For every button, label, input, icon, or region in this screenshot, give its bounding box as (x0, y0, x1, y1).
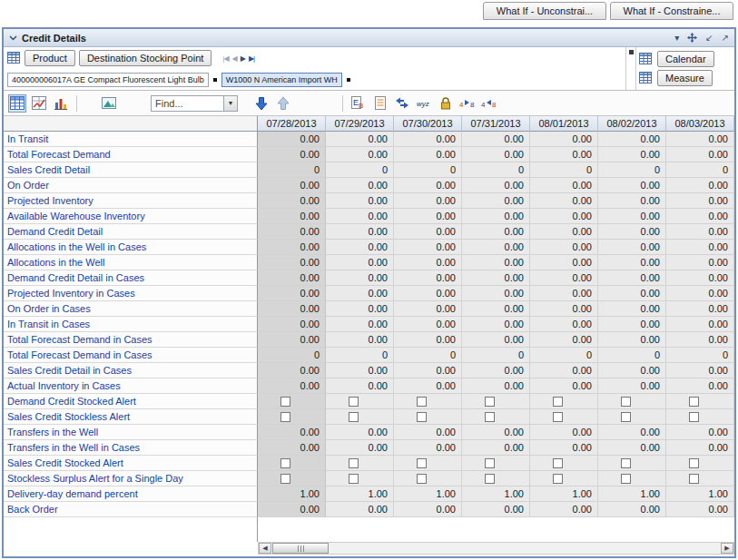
grid-value-cell[interactable]: 0.00 (598, 286, 666, 301)
grid-value-cell[interactable]: 0.00 (394, 332, 462, 348)
grid-value-cell[interactable]: 0.00 (666, 178, 734, 193)
grid-value-cell[interactable]: 0.00 (598, 425, 666, 440)
grid-value-cell[interactable]: 0.00 (530, 132, 598, 147)
lock-icon[interactable] (437, 94, 455, 113)
grid-value-cell[interactable]: 0.00 (666, 286, 734, 301)
scroll-right-icon[interactable]: ▶ (721, 543, 733, 554)
grid-value-cell[interactable]: 0.00 (462, 440, 530, 456)
grid-value-cell[interactable]: 0.00 (394, 147, 462, 162)
cell-checkbox[interactable] (417, 397, 427, 407)
navigate-up-icon[interactable] (274, 94, 292, 113)
grid-checkbox-cell[interactable] (462, 456, 530, 471)
grid-value-cell[interactable]: 0.00 (598, 363, 666, 378)
move-icon[interactable] (687, 33, 697, 43)
grid-value-cell[interactable]: 0.00 (258, 502, 326, 517)
disaggregate-icon[interactable]: 4 8 (480, 94, 498, 113)
grid-value-cell[interactable]: 0.00 (598, 301, 666, 317)
restore-icon[interactable]: ↙ (705, 33, 713, 43)
grid-value-cell[interactable]: 0.00 (394, 363, 462, 378)
grid-value-cell[interactable]: 0.00 (258, 332, 326, 348)
cell-checkbox[interactable] (349, 474, 359, 484)
column-header[interactable]: 07/29/2013 (326, 116, 394, 132)
row-header[interactable]: Total Forecast Demand in Cases (4, 332, 258, 348)
grid-value-cell[interactable]: 1.00 (258, 486, 326, 502)
tab-what-if-constrained[interactable]: What If - Constraine... (610, 2, 733, 20)
grid-checkbox-cell[interactable] (530, 456, 598, 471)
grid-value-cell[interactable]: 0.00 (530, 332, 598, 348)
grid-value-cell[interactable]: 0.00 (530, 193, 598, 209)
grid-checkbox-cell[interactable] (462, 471, 530, 486)
grid-checkbox-cell[interactable] (530, 409, 598, 425)
grid-value-cell[interactable]: 0.00 (530, 224, 598, 240)
grid-value-cell[interactable]: 0.00 (462, 425, 530, 440)
grid-value-cell[interactable]: 0.00 (462, 193, 530, 209)
grid-value-cell[interactable]: 0.00 (598, 502, 666, 517)
grid-value-cell[interactable]: 0.00 (394, 132, 462, 147)
grid-value-cell[interactable]: 0.00 (598, 178, 666, 193)
grid-value-cell[interactable]: 0.00 (258, 425, 326, 440)
grid-value-cell[interactable]: 0.00 (462, 502, 530, 517)
grid-checkbox-cell[interactable] (394, 471, 462, 486)
grid-value-cell[interactable]: 0.00 (530, 440, 598, 456)
grid-value-cell[interactable]: 0.00 (394, 240, 462, 255)
destination-stocking-point-axis-button[interactable]: Destination Stocking Point (79, 50, 212, 66)
grid-checkbox-cell[interactable] (258, 471, 326, 486)
grid-value-cell[interactable]: 0.00 (666, 363, 734, 378)
grid-value-cell[interactable]: 0.00 (462, 301, 530, 317)
grid-value-cell[interactable]: 0.00 (394, 209, 462, 224)
row-header[interactable]: In Transit in Cases (4, 317, 258, 332)
chart-view-icon[interactable] (30, 94, 48, 113)
splitter-handle[interactable] (629, 50, 634, 54)
grid-value-cell[interactable]: 0.00 (326, 132, 394, 147)
grid-value-cell[interactable]: 0.00 (326, 286, 394, 301)
grid-value-cell[interactable]: 0.00 (666, 332, 734, 348)
find-input[interactable]: Find... (152, 98, 223, 109)
grid-value-cell[interactable]: 0.00 (326, 301, 394, 317)
grid-value-cell[interactable]: 0.00 (598, 332, 666, 348)
column-header[interactable]: 07/31/2013 (462, 116, 530, 132)
grid-value-cell[interactable]: 0.00 (258, 178, 326, 193)
grid-checkbox-cell[interactable] (394, 456, 462, 471)
grid-value-cell[interactable]: 0.00 (258, 209, 326, 224)
grid-value-cell[interactable]: 0.00 (258, 363, 326, 378)
row-header[interactable]: Projected Inventory (4, 193, 258, 209)
cell-checkbox[interactable] (417, 474, 427, 484)
grid-checkbox-cell[interactable] (530, 471, 598, 486)
row-header[interactable]: Sales Credit Stocked Alert (4, 456, 258, 471)
grid-value-cell[interactable]: 0.00 (326, 224, 394, 240)
grid-value-cell[interactable]: 0.00 (326, 178, 394, 193)
grid-value-cell[interactable]: 0.00 (326, 440, 394, 456)
grid-value-cell[interactable]: 0.00 (598, 132, 666, 147)
grid-value-cell[interactable]: 0 (666, 348, 734, 363)
cell-checkbox[interactable] (485, 412, 495, 422)
copy-icon[interactable] (371, 94, 389, 113)
cell-checkbox[interactable] (349, 458, 359, 468)
grid-value-cell[interactable]: 0.00 (326, 378, 394, 394)
row-header[interactable]: Back Order (4, 502, 258, 517)
grid-value-cell[interactable]: 0.00 (462, 178, 530, 193)
grid-value-cell[interactable]: 0.00 (598, 255, 666, 270)
cell-checkbox[interactable] (417, 412, 427, 422)
grid-value-cell[interactable]: 0 (326, 348, 394, 363)
grid-value-cell[interactable]: 0.00 (666, 425, 734, 440)
row-header[interactable]: Allocations in the Well (4, 255, 258, 270)
row-header[interactable]: Sales Credit Detail in Cases (4, 363, 258, 378)
grid-value-cell[interactable]: 0 (258, 348, 326, 363)
calendar-axis-button[interactable]: Calendar (657, 51, 714, 67)
grid-value-cell[interactable]: 0.00 (326, 193, 394, 209)
grid-value-cell[interactable]: 0.00 (258, 301, 326, 317)
grid-value-cell[interactable]: 0.00 (666, 209, 734, 224)
grid-value-cell[interactable]: 0.00 (666, 240, 734, 255)
grid-value-cell[interactable]: 0.00 (462, 332, 530, 348)
cell-checkbox[interactable] (485, 397, 495, 407)
horizontal-scrollbar[interactable]: ◀ ▶ (258, 542, 734, 555)
grid-value-cell[interactable]: 0 (530, 348, 598, 363)
grid-value-cell[interactable]: 0.00 (462, 317, 530, 332)
maximize-icon[interactable]: ↗ (722, 33, 729, 43)
grid-value-cell[interactable]: 0.00 (462, 147, 530, 162)
grid-checkbox-cell[interactable] (258, 409, 326, 425)
grid-value-cell[interactable]: 0.00 (462, 132, 530, 147)
grid-checkbox-cell[interactable] (462, 394, 530, 409)
grid-value-cell[interactable]: 0.00 (530, 502, 598, 517)
row-header[interactable]: On Order in Cases (4, 301, 258, 317)
